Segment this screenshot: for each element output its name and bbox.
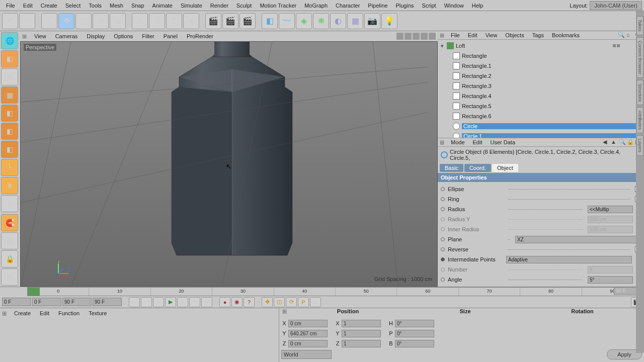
vp-panel[interactable]: Panel xyxy=(159,32,182,40)
tab-basic[interactable]: Basic xyxy=(440,164,463,172)
scale-tool[interactable]: ◫ xyxy=(75,13,92,29)
sidebar-tab-Attributes[interactable]: Attributes xyxy=(636,107,643,133)
kf-param[interactable]: P xyxy=(298,297,309,307)
tweak-mode[interactable]: 🖱 xyxy=(1,177,18,194)
size-X[interactable]: 1 xyxy=(342,320,381,327)
redo-button[interactable]: ↷ xyxy=(19,13,35,29)
attr-up-icon[interactable]: ▲ xyxy=(611,139,618,146)
next-key[interactable]: ↷ xyxy=(189,297,200,307)
om-loft[interactable]: ▾Loft xyxy=(439,41,643,51)
undo-button[interactable]: ↶ xyxy=(2,13,18,29)
vp-options[interactable]: Options xyxy=(110,32,137,40)
sidebar-tab-Structure[interactable]: Structure xyxy=(636,80,643,106)
attr-mode[interactable]: Mode xyxy=(447,138,469,146)
om-objects[interactable]: Objects xyxy=(501,31,528,39)
primitive-cube[interactable]: ◧ xyxy=(262,13,278,29)
menu-sculpt[interactable]: Sculpt xyxy=(232,1,256,10)
move-tool[interactable]: ✥ xyxy=(58,13,74,29)
plane-dropdown[interactable]: XZ xyxy=(515,236,641,243)
texture-mode[interactable]: ▦ xyxy=(1,68,18,85)
sidebar-tab-Layers[interactable]: Layers xyxy=(636,135,643,156)
light-tool[interactable]: 💡 xyxy=(381,13,397,29)
attr-lock-icon[interactable]: 🔒 xyxy=(627,139,634,146)
polygon-mode[interactable]: ◧ xyxy=(1,141,18,158)
goto-start[interactable]: ⏮ xyxy=(129,297,140,307)
make-editable[interactable]: 🌐 xyxy=(1,32,18,49)
magnet-snap[interactable]: 🧲 xyxy=(1,214,18,231)
menu-create[interactable]: Create xyxy=(37,1,61,10)
vp-icon-3[interactable] xyxy=(413,33,420,40)
om-view[interactable]: View xyxy=(481,31,502,39)
menu-pipeline[interactable]: Pipeline xyxy=(364,1,391,10)
axis-mode[interactable]: └ xyxy=(1,159,18,176)
tl-end-field[interactable]: 90 F xyxy=(62,298,92,306)
autokey-button[interactable]: ◉ xyxy=(231,297,243,307)
layout-dropdown[interactable]: John-CAM (User) xyxy=(590,1,642,10)
size-Z[interactable]: 1 xyxy=(342,340,381,347)
coord-world-dropdown[interactable]: World xyxy=(281,350,332,359)
angle-field[interactable]: 5° xyxy=(588,276,633,284)
tab-object[interactable]: Object xyxy=(492,164,518,172)
om-bookmarks[interactable]: Bookmarks xyxy=(548,31,584,39)
menu-tools[interactable]: Tools xyxy=(85,1,106,10)
play-button[interactable]: ▶ xyxy=(165,297,176,307)
rotate-tool[interactable]: ⟳ xyxy=(93,13,109,29)
pos-Y[interactable]: 640.267 cm xyxy=(288,330,328,337)
edge-mode[interactable]: ◧ xyxy=(1,123,18,140)
sidebar-tab-Takes[interactable]: Takes xyxy=(636,16,643,35)
om-item-7[interactable]: Circle xyxy=(439,121,643,131)
attr-back-icon[interactable]: ◀ xyxy=(603,139,610,146)
menu-help[interactable]: Help xyxy=(468,1,488,10)
rot-P[interactable]: 0° xyxy=(395,330,434,337)
rot-B[interactable]: 0° xyxy=(395,340,434,347)
om-item-3[interactable]: Rectangle.3 xyxy=(439,81,643,91)
vp-icon-1[interactable] xyxy=(396,33,404,40)
3d-viewport[interactable]: Perspective xyxy=(20,41,438,287)
om-item-6[interactable]: Rectangle.6 xyxy=(439,111,643,121)
menu-file[interactable]: File xyxy=(2,1,19,10)
render-settings[interactable]: 🎬 xyxy=(239,13,256,29)
menu-window[interactable]: Window xyxy=(440,1,468,10)
pos-Z[interactable]: 0 cm xyxy=(288,340,328,347)
om-item-8[interactable]: Circle.1 xyxy=(439,131,643,138)
tl-start-field[interactable]: 0 F xyxy=(2,298,31,306)
next-frame[interactable]: ▶ xyxy=(177,297,188,307)
y-axis-lock[interactable]: Y xyxy=(149,13,165,29)
om-item-1[interactable]: Rectangle.1 xyxy=(439,61,643,71)
mat-edit[interactable]: Edit xyxy=(36,309,53,317)
menu-simulate[interactable]: Simulate xyxy=(177,1,206,10)
menu-script[interactable]: Script xyxy=(418,1,440,10)
camera-icon[interactable]: 📷 xyxy=(364,13,380,29)
menu-plugins[interactable]: Plugins xyxy=(391,1,418,10)
size-Y[interactable]: 1 xyxy=(342,330,381,337)
x-axis-lock[interactable]: X xyxy=(132,13,148,29)
workplane-mode[interactable]: ▦ xyxy=(1,86,18,104)
om-file[interactable]: File xyxy=(447,31,464,39)
tl-total-field[interactable]: 90 F xyxy=(93,298,122,306)
goto-end[interactable]: ⏭ xyxy=(201,297,212,307)
rot-H[interactable]: 0° xyxy=(395,320,434,327)
om-home-icon[interactable]: ⌂ xyxy=(626,32,633,39)
om-edit[interactable]: Edit xyxy=(464,31,481,39)
timeline-ruler[interactable]: 0102030405060708090 xyxy=(27,287,644,296)
tl-cur-field[interactable]: 0 F xyxy=(32,298,61,306)
menu-select[interactable]: Select xyxy=(61,1,85,10)
menu-snap[interactable]: Snap xyxy=(127,1,148,10)
vp-filter[interactable]: Filter xyxy=(138,32,158,40)
kf-pos[interactable]: ✥ xyxy=(262,297,273,307)
om-tags[interactable]: Tags xyxy=(528,31,548,39)
point-mode[interactable]: ◧ xyxy=(1,105,18,122)
mat-create[interactable]: Create xyxy=(10,309,35,317)
attr-search-icon[interactable]: 🔍 xyxy=(619,139,626,146)
planar-snap[interactable]: ▦ xyxy=(1,268,18,286)
deformer-tool[interactable]: ❋ xyxy=(313,13,329,29)
menu-edit[interactable]: Edit xyxy=(19,1,37,10)
model-mode[interactable]: ◧ xyxy=(1,50,18,67)
vp-view[interactable]: View xyxy=(30,32,50,40)
vp-icon-5[interactable] xyxy=(429,33,436,40)
vp-display[interactable]: Display xyxy=(83,32,109,40)
om-item-5[interactable]: Rectangle.5 xyxy=(439,101,643,111)
menu-render[interactable]: Render xyxy=(206,1,232,10)
spline-tool[interactable]: 〰 xyxy=(279,13,295,29)
menu-mograph[interactable]: MoGraph xyxy=(300,1,332,10)
